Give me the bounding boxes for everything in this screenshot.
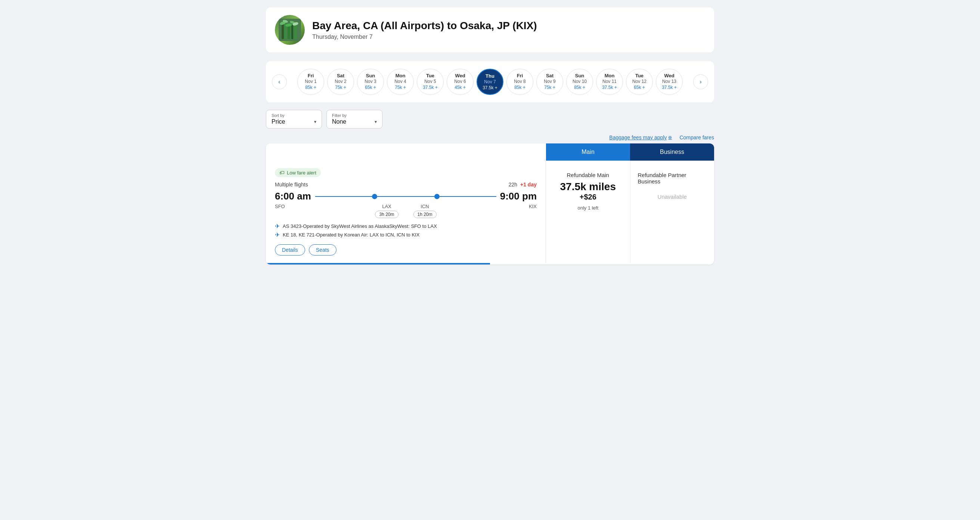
date-price-10: 37.5k + <box>602 85 617 90</box>
date-item-4[interactable]: Tue Nov 5 37.5k + <box>417 69 444 95</box>
filter-select[interactable]: Filter by None ▾ <box>326 110 382 129</box>
stop-dot-2 <box>434 194 439 199</box>
stop-duration-0: 3h 20m <box>375 211 398 218</box>
filter-value: None <box>332 118 346 125</box>
stop-airport-0: LAX <box>382 204 391 209</box>
flight-info-panel: 🏷 Low fare alert Multiple flights 22h +1… <box>266 161 546 263</box>
date-date-12: Nov 13 <box>662 79 676 84</box>
stop-1: ICN 1h 20m <box>414 204 437 218</box>
date-price-2: 65k + <box>365 85 376 90</box>
sort-value: Price <box>272 118 285 125</box>
depart-time: 6:00 am <box>275 191 312 202</box>
date-items-list: Fri Nov 1 85k + Sat Nov 2 75k + Sun Nov … <box>290 69 690 95</box>
fare-header-business: Business <box>630 143 714 161</box>
operator-text-0: AS 3423-Operated by SkyWest Airlines as … <box>283 223 437 229</box>
fare-business-unavailable: Unavailable <box>658 194 687 200</box>
stop-airport-1: ICN <box>420 204 429 209</box>
date-date-2: Nov 3 <box>364 79 376 84</box>
filter-value-row: None ▾ <box>332 118 377 125</box>
fare-headers: Main Business <box>266 143 714 161</box>
carousel-prev-button[interactable]: ‹ <box>272 74 287 89</box>
date-price-5: 45k + <box>455 85 466 90</box>
fare-main-type: Refundable Main <box>567 172 609 178</box>
date-item-3[interactable]: Mon Nov 4 75k + <box>387 69 414 95</box>
date-day-7: Fri <box>517 73 523 78</box>
line-segment-2 <box>377 196 434 197</box>
fare-main-col[interactable]: Refundable Main 37.5k miles +$26 only 1 … <box>546 161 630 263</box>
date-date-11: Nov 12 <box>632 79 646 84</box>
date-price-9: 85k + <box>574 85 585 90</box>
date-day-11: Tue <box>635 73 643 78</box>
date-date-8: Nov 9 <box>544 79 555 84</box>
baggage-fees-link[interactable]: Baggage fees may apply ⊕ <box>609 135 672 140</box>
date-price-8: 75k + <box>544 85 555 90</box>
date-item-6[interactable]: Thu Nov 7 37.5k + <box>477 69 503 95</box>
date-day-12: Wed <box>664 73 674 78</box>
date-day-1: Sat <box>337 73 344 78</box>
filter-label: Filter by <box>332 113 377 118</box>
flight-card: Main Business 🏷 Low fare alert Multiple … <box>266 143 714 264</box>
sort-chevron-icon: ▾ <box>314 119 317 124</box>
date-price-4: 37.5k + <box>423 85 438 90</box>
stop-duration-1: 1h 20m <box>414 211 437 218</box>
date-item-8[interactable]: Sat Nov 9 75k + <box>536 69 563 95</box>
page-title: Bay Area, CA (All Airports) to Osaka, JP… <box>312 19 537 32</box>
date-date-0: Nov 1 <box>305 79 317 84</box>
stops-info: LAX 3h 20m ICN 1h 20m <box>312 204 500 218</box>
operator-icon-1: ✈ <box>275 231 280 239</box>
date-item-7[interactable]: Fri Nov 8 85k + <box>506 69 533 95</box>
line-segment-3 <box>439 196 496 197</box>
date-date-1: Nov 2 <box>335 79 346 84</box>
details-button[interactable]: Details <box>275 244 305 256</box>
date-price-3: 75k + <box>395 85 406 90</box>
fare-business-type: Refundable Partner Business <box>638 172 707 184</box>
date-date-3: Nov 4 <box>395 79 406 84</box>
date-item-0[interactable]: Fri Nov 1 85k + <box>297 69 324 95</box>
date-day-6: Thu <box>485 73 495 79</box>
plus-day-value: +1 day <box>520 181 537 188</box>
svg-rect-1 <box>282 22 284 39</box>
date-date-9: Nov 10 <box>573 79 587 84</box>
date-date-6: Nov 7 <box>484 79 496 84</box>
stop-dot-1 <box>372 194 377 199</box>
seats-button[interactable]: Seats <box>309 244 337 256</box>
date-date-10: Nov 11 <box>602 79 617 84</box>
carousel-next-button[interactable]: › <box>693 74 708 89</box>
header-date: Thursday, November 7 <box>312 33 537 40</box>
flight-duration: 22h +1 day <box>509 181 537 188</box>
date-item-9[interactable]: Sun Nov 10 85k + <box>566 69 593 95</box>
fare-main-price: 37.5k miles <box>560 181 616 193</box>
timeline-line <box>312 194 500 199</box>
date-carousel: ‹ Fri Nov 1 85k + Sat Nov 2 75k + Sun No… <box>266 61 714 102</box>
depart-airport: SFO <box>275 204 312 209</box>
fare-main-tax: +$26 <box>580 193 597 201</box>
operators-list: ✈ AS 3423-Operated by SkyWest Airlines a… <box>275 223 537 239</box>
date-item-12[interactable]: Wed Nov 13 37.5k + <box>656 69 683 95</box>
date-day-8: Sat <box>546 73 554 78</box>
airports-row: SFO LAX 3h 20m ICN 1h 20m KIX <box>275 204 537 218</box>
date-item-10[interactable]: Mon Nov 11 37.5k + <box>596 69 623 95</box>
sort-label: Sort by <box>272 113 317 118</box>
stop-0: LAX 3h 20m <box>375 204 398 218</box>
compare-fares-link[interactable]: Compare fares <box>679 135 714 140</box>
date-item-1[interactable]: Sat Nov 2 75k + <box>327 69 354 95</box>
date-item-2[interactable]: Sun Nov 3 65k + <box>357 69 384 95</box>
multiple-flights-label: Multiple flights <box>275 181 308 188</box>
date-day-3: Mon <box>396 73 406 78</box>
flight-timeline: 6:00 am 9:00 pm <box>275 191 537 202</box>
date-price-7: 85k + <box>514 85 525 90</box>
sort-value-row: Price ▾ <box>272 118 317 125</box>
line-segment-1 <box>315 196 372 197</box>
sort-select[interactable]: Sort by Price ▾ <box>266 110 322 129</box>
destination-avatar <box>275 15 305 45</box>
date-day-5: Wed <box>455 73 465 78</box>
date-item-5[interactable]: Wed Nov 6 45k + <box>447 69 474 95</box>
svg-rect-5 <box>294 23 296 39</box>
external-link-icon: ⊕ <box>668 135 672 140</box>
flight-meta: Multiple flights 22h +1 day <box>275 181 537 188</box>
header-text: Bay Area, CA (All Airports) to Osaka, JP… <box>312 19 537 40</box>
date-price-11: 65k + <box>634 85 645 90</box>
date-item-11[interactable]: Tue Nov 12 65k + <box>626 69 653 95</box>
low-fare-tag-icon: 🏷 <box>279 170 285 176</box>
date-price-6: 37.5k + <box>482 85 498 91</box>
